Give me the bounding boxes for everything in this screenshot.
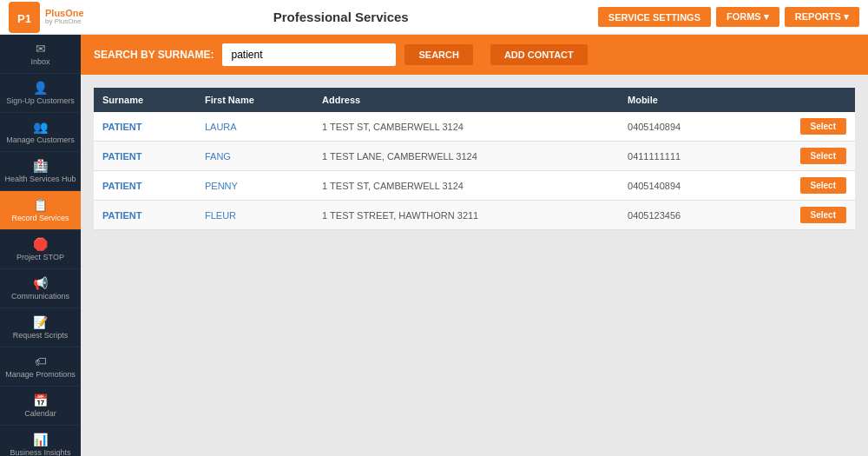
promotions-icon: 🏷 [35, 354, 47, 368]
search-bar: SEARCH BY SURNAME: SEARCH ADD CONTACT [81, 35, 868, 75]
cell-surname: PATIENT [94, 201, 196, 230]
search-label: SEARCH BY SURNAME: [94, 49, 214, 61]
scripts-icon: 📝 [33, 315, 48, 329]
sidebar-label-inbox: Inbox [30, 57, 49, 66]
page-title: Professional Services [84, 10, 598, 24]
cell-firstname: FANG [196, 142, 313, 171]
content-area: SEARCH BY SURNAME: SEARCH ADD CONTACT Su… [81, 35, 868, 456]
record-icon: 📋 [33, 198, 48, 212]
select-button[interactable]: Select [800, 207, 846, 223]
table-row: PATIENT PENNY 1 TEST ST, CAMBERWELL 3124… [94, 171, 855, 201]
svg-text:P1: P1 [17, 12, 31, 25]
cell-mobile: 0405140894 [619, 112, 743, 142]
sidebar-label-comms: Communications [11, 292, 69, 301]
cell-mobile: 0411111111 [619, 142, 743, 171]
sidebar-label-stop: Project STOP [16, 253, 64, 261]
reports-button[interactable]: REPORTS ▾ [785, 7, 859, 27]
comms-icon: 📢 [33, 276, 48, 290]
select-button[interactable]: Select [800, 177, 846, 194]
stop-icon: 🛑 [33, 237, 48, 251]
cell-address: 1 TEST ST, CAMBERWELL 3124 [313, 112, 619, 142]
table-row: PATIENT LAURA 1 TEST ST, CAMBERWELL 3124… [94, 112, 855, 142]
sidebar-label-calendar: Calendar [24, 409, 56, 418]
sidebar-item-request-scripts[interactable]: 📝 Request Scripts [0, 308, 81, 347]
table-row: PATIENT FANG 1 TEST LANE, CAMBERWELL 312… [94, 142, 855, 171]
sidebar-label-health: Health Services Hub [4, 175, 76, 183]
health-icon: 🏥 [33, 159, 48, 173]
cell-select: Select [743, 171, 855, 201]
header-buttons: SERVICE SETTINGS FORMS ▾ REPORTS ▾ [598, 7, 859, 27]
cell-address: 1 TEST ST, CAMBERWELL 3124 [313, 171, 619, 201]
sidebar-item-inbox[interactable]: ✉ Inbox [0, 35, 81, 74]
cell-surname: PATIENT [94, 171, 196, 201]
cell-select: Select [743, 112, 855, 142]
top-header: P1 PlusOne by PlusOne Professional Servi… [0, 0, 868, 35]
search-input[interactable] [222, 43, 396, 66]
inbox-icon: ✉ [36, 42, 46, 56]
cell-mobile: 0405140894 [619, 171, 743, 201]
select-button[interactable]: Select [800, 118, 846, 135]
cell-firstname: LAURA [196, 112, 313, 142]
cell-surname: PATIENT [94, 112, 196, 142]
search-button[interactable]: SEARCH [404, 44, 472, 65]
calendar-icon: 📅 [33, 393, 48, 407]
logo-area: P1 PlusOne by PlusOne [9, 2, 84, 33]
col-mobile: Mobile [619, 88, 743, 112]
cell-firstname: PENNY [196, 171, 313, 201]
cell-select: Select [743, 142, 855, 171]
sidebar-item-manage-promotions[interactable]: 🏷 Manage Promotions [0, 347, 81, 387]
cell-firstname: FLEUR [196, 201, 313, 230]
sidebar-item-signup-customers[interactable]: 👤 Sign-Up Customers [0, 74, 81, 113]
cell-mobile: 0405123456 [619, 201, 743, 230]
col-firstname: First Name [196, 88, 313, 112]
sidebar-item-communications[interactable]: 📢 Communications [0, 269, 81, 308]
table-header-row: Surname First Name Address Mobile [94, 88, 855, 112]
table-area: Surname First Name Address Mobile PATIEN… [81, 75, 868, 456]
sidebar-label-record: Record Services [11, 214, 69, 222]
manage-customers-icon: 👥 [33, 120, 48, 134]
signup-icon: 👤 [33, 81, 48, 95]
sidebar-label-manage: Manage Customers [6, 135, 75, 144]
cell-surname: PATIENT [94, 142, 196, 171]
results-table: Surname First Name Address Mobile PATIEN… [94, 88, 855, 230]
sidebar-label-signup: Sign-Up Customers [6, 96, 75, 105]
insights-icon: 📊 [33, 433, 48, 446]
add-contact-button[interactable]: ADD CONTACT [490, 44, 588, 65]
sidebar-label-scripts: Request Scripts [13, 331, 69, 340]
main-layout: ✉ Inbox 👤 Sign-Up Customers 👥 Manage Cus… [0, 35, 868, 456]
cell-address: 1 TEST STREET, HAWTHORN 3211 [313, 201, 619, 230]
sidebar-item-calendar[interactable]: 📅 Calendar [0, 387, 81, 426]
sidebar-label-insights: Business Insights [10, 448, 70, 456]
sidebar-item-project-stop[interactable]: 🛑 Project STOP [0, 230, 81, 269]
select-button[interactable]: Select [800, 148, 846, 164]
sidebar: ✉ Inbox 👤 Sign-Up Customers 👥 Manage Cus… [0, 35, 81, 456]
sidebar-item-manage-customers[interactable]: 👥 Manage Customers [0, 113, 81, 152]
col-surname: Surname [94, 88, 196, 112]
logo-icon: P1 [9, 2, 40, 33]
col-address: Address [313, 88, 619, 112]
cell-select: Select [743, 201, 855, 230]
cell-address: 1 TEST LANE, CAMBERWELL 3124 [313, 142, 619, 171]
col-action [743, 88, 855, 112]
sidebar-item-health-services[interactable]: 🏥 Health Services Hub [0, 152, 81, 191]
forms-button[interactable]: FORMS ▾ [716, 7, 779, 27]
table-row: PATIENT FLEUR 1 TEST STREET, HAWTHORN 32… [94, 201, 855, 230]
service-settings-button[interactable]: SERVICE SETTINGS [598, 7, 711, 27]
sidebar-item-business-insights[interactable]: 📊 Business Insights [0, 426, 81, 456]
logo-subtitle: by PlusOne [45, 18, 84, 26]
sidebar-label-promotions: Manage Promotions [5, 370, 76, 379]
sidebar-item-record-services[interactable]: 📋 Record Services [0, 191, 81, 230]
